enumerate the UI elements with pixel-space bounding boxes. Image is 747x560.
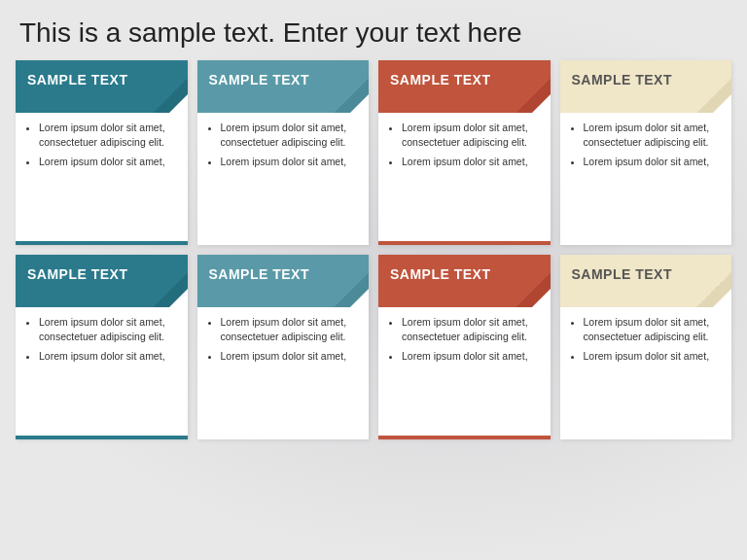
fold-decoration-3: [516, 78, 551, 113]
card-header-4: SAMPLE TEXT: [560, 60, 732, 113]
card-bullet1-2: Lorem ipsum dolor sit amet, consectetuer…: [221, 121, 360, 149]
fold-decoration-7: [516, 272, 551, 307]
card-header-text-3: SAMPLE TEXT: [390, 72, 491, 88]
card-7: SAMPLE TEXTLorem ipsum dolor sit amet, c…: [378, 255, 551, 439]
card-2: SAMPLE TEXTLorem ipsum dolor sit amet, c…: [197, 60, 370, 245]
card-body-7: Lorem ipsum dolor sit amet, consectetuer…: [378, 307, 551, 436]
card-header-text-8: SAMPLE TEXT: [572, 266, 673, 282]
card-grid: SAMPLE TEXTLorem ipsum dolor sit amet, c…: [0, 60, 747, 455]
card-header-text-2: SAMPLE TEXT: [209, 72, 310, 88]
card-header-3: SAMPLE TEXT: [378, 60, 551, 113]
card-bullet2-1: Lorem ipsum dolor sit amet,: [39, 155, 178, 169]
card-header-7: SAMPLE TEXT: [378, 255, 551, 307]
card-body-5: Lorem ipsum dolor sit amet, consectetuer…: [16, 307, 188, 436]
fold-decoration-8: [696, 272, 731, 307]
card-header-text-4: SAMPLE TEXT: [572, 72, 673, 88]
card-bullet1-3: Lorem ipsum dolor sit amet, consectetuer…: [402, 121, 541, 149]
card-header-text-6: SAMPLE TEXT: [209, 266, 310, 282]
card-4: SAMPLE TEXTLorem ipsum dolor sit amet, c…: [560, 60, 732, 245]
card-bullet1-4: Lorem ipsum dolor sit amet, consectetuer…: [584, 121, 723, 149]
card-header-6: SAMPLE TEXT: [197, 255, 370, 307]
card-body-4: Lorem ipsum dolor sit amet, consectetuer…: [560, 113, 732, 245]
card-body-2: Lorem ipsum dolor sit amet, consectetuer…: [197, 113, 370, 245]
card-header-1: SAMPLE TEXT: [16, 60, 188, 113]
card-bullet1-8: Lorem ipsum dolor sit amet, consectetuer…: [584, 315, 723, 343]
card-body-1: Lorem ipsum dolor sit amet, consectetuer…: [16, 113, 188, 241]
card-body-8: Lorem ipsum dolor sit amet, consectetuer…: [560, 307, 732, 439]
card-body-3: Lorem ipsum dolor sit amet, consectetuer…: [378, 113, 551, 241]
card-header-text-5: SAMPLE TEXT: [27, 266, 128, 282]
card-header-8: SAMPLE TEXT: [560, 255, 732, 307]
page-title: This is a sample text. Enter your text h…: [0, 0, 747, 60]
card-bullet2-3: Lorem ipsum dolor sit amet,: [402, 155, 541, 169]
card-3: SAMPLE TEXTLorem ipsum dolor sit amet, c…: [378, 60, 551, 245]
card-bullet2-8: Lorem ipsum dolor sit amet,: [584, 349, 723, 364]
card-header-5: SAMPLE TEXT: [16, 255, 188, 307]
card-8: SAMPLE TEXTLorem ipsum dolor sit amet, c…: [560, 255, 732, 439]
card-header-text-7: SAMPLE TEXT: [390, 266, 491, 282]
card-bullet2-2: Lorem ipsum dolor sit amet,: [221, 155, 360, 169]
card-bullet1-6: Lorem ipsum dolor sit amet, consectetuer…: [221, 315, 360, 343]
card-bullet1-7: Lorem ipsum dolor sit amet, consectetuer…: [402, 315, 541, 343]
card-bullet2-5: Lorem ipsum dolor sit amet,: [39, 349, 178, 364]
card-bullet1-5: Lorem ipsum dolor sit amet, consectetuer…: [39, 315, 178, 343]
card-bullet1-1: Lorem ipsum dolor sit amet, consectetuer…: [39, 121, 178, 149]
card-header-text-1: SAMPLE TEXT: [27, 72, 128, 88]
card-5: SAMPLE TEXTLorem ipsum dolor sit amet, c…: [16, 255, 188, 439]
card-bullet2-7: Lorem ipsum dolor sit amet,: [402, 349, 541, 364]
card-body-6: Lorem ipsum dolor sit amet, consectetuer…: [197, 307, 370, 439]
card-1: SAMPLE TEXTLorem ipsum dolor sit amet, c…: [16, 60, 188, 245]
card-6: SAMPLE TEXTLorem ipsum dolor sit amet, c…: [197, 255, 370, 439]
fold-decoration-6: [334, 272, 369, 307]
fold-decoration-2: [334, 78, 369, 113]
card-bullet2-4: Lorem ipsum dolor sit amet,: [584, 155, 723, 169]
fold-decoration-5: [153, 272, 188, 307]
fold-decoration-1: [153, 78, 188, 113]
card-bullet2-6: Lorem ipsum dolor sit amet,: [221, 349, 360, 364]
card-header-2: SAMPLE TEXT: [197, 60, 370, 113]
fold-decoration-4: [696, 78, 731, 113]
